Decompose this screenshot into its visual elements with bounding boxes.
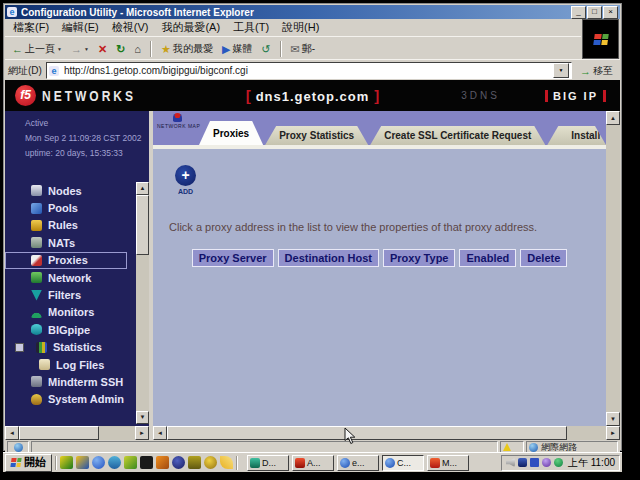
instruction-text: Click a proxy address in the list to vie… bbox=[169, 221, 598, 233]
favorites-button[interactable]: ★ 我的最愛 bbox=[158, 41, 216, 57]
home-button[interactable]: ⌂ bbox=[131, 42, 144, 56]
sidebar-item-nats[interactable]: NATs bbox=[5, 234, 136, 251]
scroll-left-icon[interactable]: ◄ bbox=[153, 426, 167, 440]
url-page-icon: e bbox=[49, 66, 59, 76]
address-field-wrap: e ▼ bbox=[46, 62, 572, 79]
task-button-2[interactable]: A... bbox=[292, 455, 334, 471]
quicklaunch-icon[interactable] bbox=[220, 456, 233, 469]
go-arrow-icon: → bbox=[580, 65, 591, 77]
network-tray-icon[interactable] bbox=[518, 458, 527, 467]
sidebar-item-mindterm-ssh[interactable]: Mindterm SSH bbox=[5, 373, 136, 390]
history-button[interactable]: ↺ bbox=[258, 42, 273, 56]
quicklaunch-icon[interactable] bbox=[172, 456, 185, 469]
scrollbar-thumb[interactable] bbox=[136, 195, 149, 255]
maximize-button[interactable]: □ bbox=[587, 6, 602, 19]
forward-dropdown-icon[interactable]: ▼ bbox=[84, 46, 89, 52]
volume-icon[interactable] bbox=[506, 458, 515, 467]
tab-install-ssl-certificate[interactable]: Install SSL Certif bbox=[547, 126, 606, 145]
mail-button[interactable]: ✉ 郵- bbox=[288, 41, 319, 57]
scheduler-icon[interactable] bbox=[542, 458, 551, 467]
frameset: Active Mon Sep 2 11:09:28 CST 2002 uptim… bbox=[5, 111, 620, 426]
scroll-up-icon[interactable]: ▲ bbox=[606, 111, 620, 125]
sidebar-item-statistics[interactable]: Statistics bbox=[5, 339, 136, 356]
sidebar-item-network[interactable]: Network bbox=[5, 269, 136, 286]
sidebar-item-system-admin[interactable]: System Admin bbox=[5, 391, 136, 408]
internet-zone-icon bbox=[529, 443, 538, 452]
minimize-button[interactable]: _ bbox=[571, 6, 586, 19]
taskbar-separator bbox=[55, 456, 57, 470]
quicklaunch-icon[interactable] bbox=[156, 456, 169, 469]
menu-file[interactable]: 檔案(F) bbox=[13, 20, 49, 35]
column-header-proxy-type: Proxy Type bbox=[383, 249, 456, 267]
tab-proxies[interactable]: Proxies bbox=[199, 121, 263, 145]
address-input[interactable] bbox=[62, 64, 550, 78]
antivirus-icon[interactable] bbox=[554, 458, 563, 467]
task-button-3[interactable]: e... bbox=[337, 455, 379, 471]
sidebar-horizontal-scrollbar[interactable]: ◄ ► bbox=[5, 426, 149, 440]
address-dropdown-icon[interactable]: ▼ bbox=[553, 63, 569, 78]
back-button[interactable]: ← 上一頁 ▼ bbox=[9, 41, 65, 57]
scrollbar-thumb[interactable] bbox=[19, 426, 99, 440]
main-frame: NETWORK MAP Proxies Proxy Statistics Cre… bbox=[153, 111, 620, 426]
sidebar-item-log-files[interactable]: Log Files bbox=[5, 356, 136, 373]
tab-create-ssl-certificate-request[interactable]: Create SSL Certificate Request bbox=[370, 126, 545, 145]
quicklaunch-icon[interactable] bbox=[140, 456, 153, 469]
expand-icon[interactable] bbox=[15, 343, 24, 352]
scroll-left-icon[interactable]: ◄ bbox=[5, 426, 19, 440]
task-button-4-active[interactable]: C... bbox=[382, 455, 424, 471]
sidebar-item-proxies[interactable]: Proxies bbox=[5, 252, 127, 269]
quicklaunch-icon[interactable] bbox=[204, 456, 217, 469]
sidebar-item-rules[interactable]: Rules bbox=[5, 217, 136, 234]
home-icon: ⌂ bbox=[134, 43, 141, 55]
menu-help[interactable]: 說明(H) bbox=[282, 20, 319, 35]
start-button[interactable]: 開始 bbox=[5, 454, 52, 472]
quicklaunch-icon[interactable] bbox=[92, 456, 105, 469]
add-button[interactable]: + bbox=[175, 165, 196, 186]
menu-tools[interactable]: 工具(T) bbox=[233, 20, 269, 35]
column-header-enabled: Enabled bbox=[459, 249, 516, 267]
sidebar-item-filters[interactable]: Filters bbox=[5, 286, 136, 303]
network-icon bbox=[31, 272, 42, 283]
title-bar[interactable]: e Configuration Utility - Microsoft Inte… bbox=[5, 5, 620, 19]
quicklaunch-icon[interactable] bbox=[124, 456, 137, 469]
stop-button[interactable]: ✕ bbox=[95, 42, 110, 56]
refresh-button[interactable]: ↻ bbox=[113, 42, 128, 56]
back-dropdown-icon[interactable]: ▼ bbox=[57, 46, 62, 52]
sidebar-item-nodes[interactable]: Nodes bbox=[5, 182, 136, 199]
sysadmin-icon bbox=[31, 394, 42, 405]
menu-edit[interactable]: 編輯(E) bbox=[62, 20, 99, 35]
scrollbar-thumb[interactable] bbox=[167, 426, 567, 440]
close-button[interactable]: × bbox=[603, 6, 618, 19]
quicklaunch-icon[interactable] bbox=[108, 456, 121, 469]
mindterm-icon bbox=[31, 376, 42, 387]
scroll-down-icon[interactable]: ▼ bbox=[136, 411, 149, 424]
page-content: + ADD Click a proxy address in the list … bbox=[153, 149, 606, 426]
scroll-right-icon[interactable]: ► bbox=[606, 426, 620, 440]
quicklaunch-icon[interactable] bbox=[76, 456, 89, 469]
ime-icon[interactable] bbox=[530, 458, 539, 467]
statistics-icon bbox=[36, 342, 47, 353]
sidebar-vertical-scrollbar[interactable]: ▲ ▼ bbox=[136, 182, 149, 424]
sidebar-item-pools[interactable]: Pools bbox=[5, 199, 136, 216]
scroll-right-icon[interactable]: ► bbox=[135, 426, 149, 440]
quicklaunch-icon[interactable] bbox=[188, 456, 201, 469]
task-app-icon bbox=[430, 458, 440, 468]
tab-proxy-statistics[interactable]: Proxy Statistics bbox=[265, 126, 368, 145]
quicklaunch-icon[interactable] bbox=[60, 456, 73, 469]
network-map-widget[interactable]: NETWORK MAP bbox=[157, 113, 197, 129]
menu-favorites[interactable]: 我的最愛(A) bbox=[161, 20, 220, 35]
forward-button[interactable]: → ▼ bbox=[68, 42, 92, 56]
network-map-label: NETWORK MAP bbox=[157, 123, 197, 129]
scroll-up-icon[interactable]: ▲ bbox=[136, 182, 149, 195]
main-vertical-scrollbar[interactable]: ▲ ▼ bbox=[606, 111, 620, 426]
scroll-down-icon[interactable]: ▼ bbox=[606, 412, 620, 426]
go-button[interactable]: → 移至 bbox=[576, 64, 617, 78]
sidebar-item-bigpipe[interactable]: BIGpipe bbox=[5, 321, 136, 338]
task-button-1[interactable]: D... bbox=[247, 455, 289, 471]
sidebar-item-monitors[interactable]: Monitors bbox=[5, 304, 136, 321]
main-horizontal-scrollbar[interactable]: ◄ ► bbox=[153, 426, 620, 440]
menu-view[interactable]: 檢視(V) bbox=[112, 20, 149, 35]
mail-icon: ✉ bbox=[291, 43, 300, 55]
task-button-5[interactable]: M... bbox=[427, 455, 469, 471]
media-button[interactable]: ▶ 媒體 bbox=[219, 41, 255, 57]
